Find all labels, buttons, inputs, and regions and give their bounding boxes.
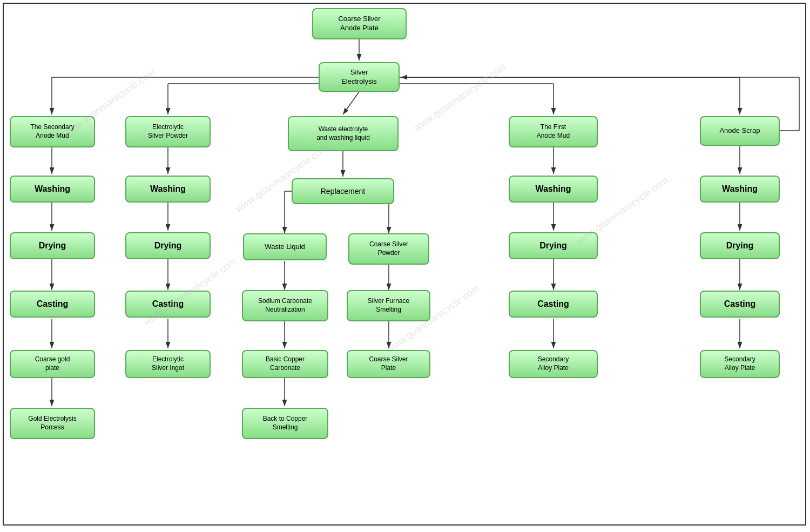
node-coarse-silver-plate: Coarse Silver Plate xyxy=(347,350,430,378)
node-secondary-alloy-plate-4: Secondary Alloy Plate xyxy=(509,350,598,378)
node-gold-electrolysis: Gold Electrolysis Porcess xyxy=(10,408,95,439)
node-back-to-copper: Back to Copper Smelting xyxy=(242,408,328,439)
node-secondary-anode-mud: The Secondary Anode Mud xyxy=(10,116,95,147)
node-secondary-alloy-plate-5: Secondary Alloy Plate xyxy=(700,350,780,378)
node-casting-2: Casting xyxy=(125,291,211,318)
node-washing-2: Washing xyxy=(125,176,211,203)
node-drying-5: Drying xyxy=(700,232,780,259)
node-washing-4: Washing xyxy=(509,176,598,203)
node-drying-2: Drying xyxy=(125,232,211,259)
node-drying-1: Drying xyxy=(10,232,95,259)
diagram-container: www.quanmarecycle.com www.quanmarecycle.… xyxy=(0,0,810,532)
node-coarse-silver-powder: Coarse Silver Powder xyxy=(348,233,429,265)
node-casting-4: Casting xyxy=(509,291,598,318)
node-waste-liquid: Waste Liquid xyxy=(243,233,327,260)
node-electrolytic-silver-powder: Electrolytic Silver Powder xyxy=(125,116,211,147)
node-waste-electrolyte: Waste electrolyte and washing liquid xyxy=(288,116,399,151)
node-sodium-carbonate: Sodium Carbonate Neutralization xyxy=(242,290,328,321)
node-coarse-silver-anode-plate: Coarse Silver Anode Plate xyxy=(312,8,407,39)
node-coarse-gold-plate: Coarse gold plate xyxy=(10,350,95,378)
node-replacement: Replacement xyxy=(292,178,394,204)
node-anode-scrap: Anode Scrap xyxy=(700,116,780,146)
node-first-anode-mud: The First Anode Mud xyxy=(509,116,598,147)
node-washing-5: Washing xyxy=(700,176,780,203)
node-electrolytic-silver-ingot: Electrolytic Silver Ingot xyxy=(125,350,211,378)
node-casting-5: Casting xyxy=(700,291,780,318)
node-casting-1: Casting xyxy=(10,291,95,318)
node-washing-1: Washing xyxy=(10,176,95,203)
node-basic-copper-carbonate: Basic Copper Carbonate xyxy=(242,350,328,378)
node-drying-4: Drying xyxy=(509,232,598,259)
node-silver-electrolysis: Silver Electrolysis xyxy=(319,62,400,92)
node-silver-furnace: Silver Furnace Smelting xyxy=(347,290,430,321)
